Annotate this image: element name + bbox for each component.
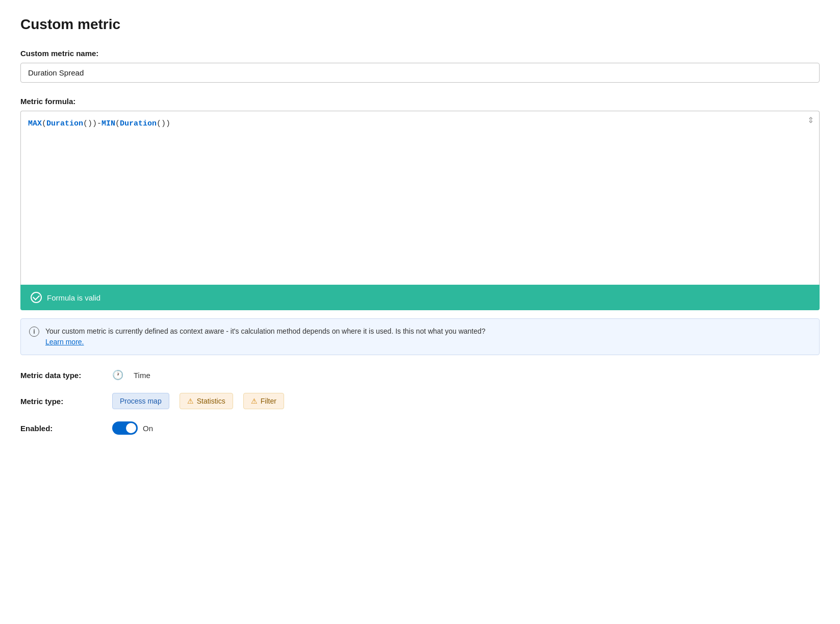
enabled-row: Enabled: On <box>20 421 820 435</box>
context-aware-info-box: i Your custom metric is currently define… <box>20 318 820 355</box>
metric-type-row: Metric type: Process map ⚠ Statistics ⚠ … <box>20 393 820 409</box>
min-keyword: MIN <box>101 119 115 128</box>
resize-handle-icon[interactable]: ⇕ <box>807 115 814 125</box>
valid-message: Formula is valid <box>47 293 100 302</box>
metric-type-process-map[interactable]: Process map <box>112 393 169 409</box>
filter-label: Filter <box>261 397 276 405</box>
formula-content[interactable]: MAX(Duration())-MIN(Duration()) <box>21 111 819 285</box>
enabled-toggle-container: On <box>112 421 153 435</box>
page-title: Custom metric <box>20 16 820 33</box>
statistics-label: Statistics <box>197 397 225 405</box>
formula-label: Metric formula: <box>20 97 820 106</box>
info-icon: i <box>29 327 39 337</box>
metric-type-filter[interactable]: ⚠ Filter <box>243 393 284 409</box>
metric-name-input[interactable] <box>20 63 820 83</box>
metric-type-statistics[interactable]: ⚠ Statistics <box>180 393 233 409</box>
name-field-section: Custom metric name: <box>20 49 820 97</box>
learn-more-link[interactable]: Learn more. <box>45 338 84 346</box>
clock-icon: 🕐 <box>112 369 123 381</box>
name-label: Custom metric name: <box>20 49 820 58</box>
formula-section: Metric formula: MAX(Duration())-MIN(Dura… <box>20 97 820 310</box>
duration1-keyword: Duration <box>46 119 83 128</box>
formula-editor[interactable]: MAX(Duration())-MIN(Duration()) ⇕ <box>20 111 820 285</box>
enabled-state-label: On <box>143 424 153 433</box>
enabled-toggle[interactable] <box>112 421 138 435</box>
max-keyword: MAX <box>28 119 42 128</box>
filter-warning-icon: ⚠ <box>251 397 258 405</box>
duration2-keyword: Duration <box>120 119 157 128</box>
info-text: Your custom metric is currently defined … <box>45 326 486 347</box>
metric-type-label: Metric type: <box>20 397 102 406</box>
data-type-row: Metric data type: 🕐 Time <box>20 369 820 381</box>
statistics-warning-icon: ⚠ <box>187 397 194 405</box>
process-map-label: Process map <box>120 397 162 405</box>
data-type-label: Metric data type: <box>20 371 102 380</box>
enabled-label: Enabled: <box>20 424 102 433</box>
valid-check-icon <box>31 292 42 303</box>
data-type-value: Time <box>134 371 150 380</box>
formula-valid-banner: Formula is valid <box>20 285 820 310</box>
toggle-slider <box>112 421 138 435</box>
